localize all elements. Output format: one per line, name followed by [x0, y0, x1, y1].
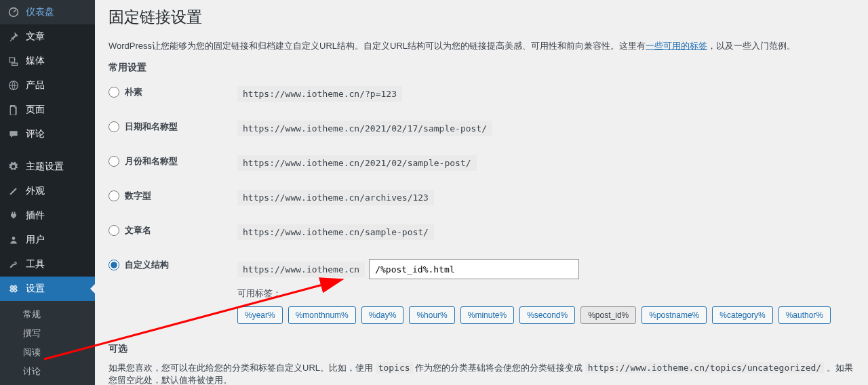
tool-icon: [7, 258, 20, 271]
menu-dashboard[interactable]: 仪表盘: [0, 0, 95, 24]
admin-sidebar: 仪表盘 文章 媒体 产品 页面: [0, 0, 95, 385]
plugin-icon: [7, 209, 20, 222]
example-url: https://www.iotheme.cn/archives/123: [237, 190, 434, 205]
code-snippet: topics: [376, 362, 413, 373]
menu-theme-settings[interactable]: 主题设置: [0, 155, 95, 179]
menu-label: 媒体: [26, 55, 45, 67]
menu-settings[interactable]: 设置: [0, 277, 95, 301]
tag-author-button[interactable]: %author%: [778, 306, 831, 324]
page-icon: [7, 103, 20, 117]
example-url: https://www.iotheme.cn/?p=123: [237, 86, 402, 102]
media-icon: [7, 54, 20, 68]
tag-minute-button[interactable]: %minute%: [460, 306, 514, 324]
menu-label: 工具: [26, 258, 45, 270]
tag-hour-button[interactable]: %hour%: [409, 306, 454, 324]
menu-pages[interactable]: 页面: [0, 98, 95, 122]
available-tags-label: 可用标签：: [237, 287, 831, 300]
menu-appearance[interactable]: 外观: [0, 179, 95, 203]
pin-icon: [7, 30, 20, 43]
common-settings-header: 常用设置: [108, 62, 854, 74]
radio-numeric[interactable]: [108, 190, 119, 201]
tag-buttons-row: %year% %monthnum% %day% %hour% %minute% …: [237, 306, 831, 324]
example-url: https://www.iotheme.cn/sample-post/: [237, 224, 434, 240]
custom-url-prefix: https://www.iotheme.cn: [237, 262, 365, 277]
radio-plain[interactable]: [108, 87, 119, 98]
menu-label: 外观: [26, 185, 45, 197]
menu-label: 插件: [26, 209, 45, 222]
optional-header: 可选: [108, 343, 854, 355]
submenu-media[interactable]: 媒体: [0, 381, 95, 385]
globe-icon: [7, 79, 20, 92]
settings-submenu: 常规 撰写 阅读 讨论 媒体 固定链接 隐私: [0, 301, 95, 385]
tag-monthnum-button[interactable]: %monthnum%: [288, 306, 356, 324]
menu-posts[interactable]: 文章: [0, 24, 95, 49]
option-dayname-row: 日期和名称型 https://www.iotheme.cn/2021/02/17…: [108, 121, 854, 136]
menu-media[interactable]: 媒体: [0, 49, 95, 73]
option-label: 日期和名称型: [125, 121, 178, 133]
option-monthname-row: 月份和名称型 https://www.iotheme.cn/2021/02/sa…: [108, 155, 854, 171]
menu-tools[interactable]: 工具: [0, 252, 95, 277]
submenu-discussion[interactable]: 讨论: [0, 362, 95, 381]
example-url: https://www.iotheme.cn/2021/02/17/sample…: [237, 121, 492, 136]
menu-label: 用户: [26, 234, 45, 246]
radio-monthname[interactable]: [108, 156, 119, 167]
menu-label: 主题设置: [26, 161, 64, 173]
option-plain-row: 朴素 https://www.iotheme.cn/?p=123: [108, 86, 854, 102]
submenu-writing[interactable]: 撰写: [0, 324, 95, 343]
example-url: https://www.iotheme.cn/2021/02/sample-po…: [237, 155, 477, 171]
option-label: 朴素: [125, 86, 142, 98]
brush-icon: [7, 184, 20, 198]
option-label: 文章名: [125, 224, 151, 237]
main-content: 固定链接设置 WordPress让您能够为您的固定链接和归档建立自定义URL结构…: [95, 0, 868, 385]
available-tags-link[interactable]: 一些可用的标签: [646, 41, 707, 51]
tag-category-button[interactable]: %category%: [712, 306, 772, 324]
menu-plugins[interactable]: 插件: [0, 203, 95, 228]
menu-comments[interactable]: 评论: [0, 122, 95, 146]
option-label: 自定义结构: [125, 259, 169, 271]
user-icon: [7, 233, 20, 247]
menu-label: 文章: [26, 31, 45, 43]
code-snippet: https://www.iotheme.cn/topics/uncategori…: [585, 362, 824, 373]
gear-icon: [7, 160, 20, 174]
settings-icon: [7, 282, 20, 296]
comment-icon: [7, 127, 20, 141]
menu-label: 页面: [26, 104, 45, 116]
desc-text-suffix: ，以及一些入门范例。: [707, 41, 795, 51]
menu-label: 设置: [26, 283, 45, 295]
radio-postname[interactable]: [108, 225, 119, 236]
tag-postname-button[interactable]: %postname%: [642, 306, 707, 324]
menu-label: 评论: [26, 128, 45, 140]
menu-label: 产品: [26, 79, 45, 92]
option-numeric-row: 数字型 https://www.iotheme.cn/archives/123: [108, 190, 854, 205]
tag-year-button[interactable]: %year%: [237, 306, 283, 324]
page-title: 固定链接设置: [108, 0, 854, 35]
option-label: 月份和名称型: [125, 155, 178, 167]
svg-point-1: [14, 59, 16, 60]
dashboard-icon: [7, 5, 20, 19]
radio-dayname[interactable]: [108, 121, 119, 132]
menu-users[interactable]: 用户: [0, 228, 95, 252]
option-custom-row: 自定义结构 https://www.iotheme.cn 可用标签： %year…: [108, 259, 854, 324]
option-postname-row: 文章名 https://www.iotheme.cn/sample-post/: [108, 224, 854, 240]
custom-structure-input[interactable]: [369, 259, 579, 279]
submenu-reading[interactable]: 阅读: [0, 343, 95, 362]
page-description: WordPress让您能够为您的固定链接和归档建立自定义URL结构。自定义URL…: [108, 40, 854, 52]
tag-postid-button[interactable]: %post_id%: [580, 306, 636, 324]
submenu-general[interactable]: 常规: [0, 305, 95, 324]
optional-description: 如果您喜欢，您可以在此给您的分类和标签自定义URL。比如，使用 topics 作…: [108, 362, 854, 385]
menu-label: 仪表盘: [26, 6, 54, 18]
svg-point-3: [12, 237, 16, 240]
radio-custom[interactable]: [108, 260, 119, 270]
option-label: 数字型: [125, 190, 151, 202]
tag-day-button[interactable]: %day%: [361, 306, 404, 324]
tag-second-button[interactable]: %second%: [519, 306, 575, 324]
desc-text: WordPress让您能够为您的固定链接和归档建立自定义URL结构。自定义URL…: [108, 41, 646, 51]
menu-products[interactable]: 产品: [0, 73, 95, 98]
